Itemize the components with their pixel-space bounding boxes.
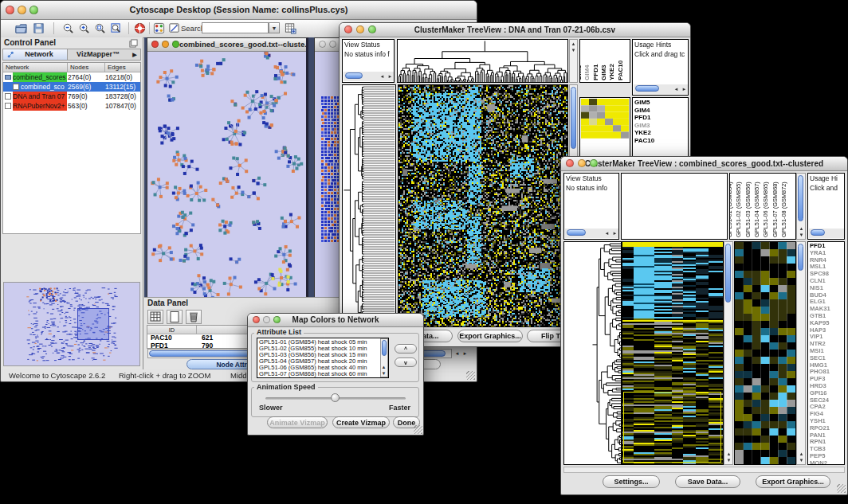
scroll-right-icon[interactable]: ► [387, 73, 394, 80]
column-header-network[interactable]: Network [3, 63, 68, 72]
minimize-icon[interactable] [356, 25, 364, 33]
close-icon[interactable] [151, 41, 159, 48]
tv1-column-dendrogram[interactable] [397, 39, 568, 83]
vscroll-thumb[interactable] [798, 244, 803, 271]
move-up-button[interactable]: ^ [395, 344, 417, 354]
vizmapper-icon[interactable] [153, 22, 165, 34]
zoom-window-icon[interactable] [273, 316, 281, 323]
delete-attribute-icon[interactable] [186, 310, 202, 324]
resize-grip[interactable] [414, 425, 422, 434]
help-lifering-icon[interactable] [134, 22, 146, 34]
scroll-right-icon[interactable]: ► [611, 230, 618, 236]
scroll-up-icon[interactable]: ▲ [725, 451, 732, 457]
vscroll-thumb[interactable] [798, 175, 803, 221]
column-label[interactable]: GPL51-04 (GSM857) [753, 182, 760, 237]
scroll-down-icon[interactable]: ▼ [725, 457, 732, 463]
minimize-icon[interactable] [18, 6, 26, 14]
main-title-bar[interactable]: Cytoscape Desktop (Session Name: collins… [1, 1, 477, 20]
listbox-scrollbar[interactable]: ▲ ▼ [380, 338, 388, 377]
gene-label[interactable]: GIM4 [634, 107, 688, 115]
scroll-left-icon[interactable]: ◄ [453, 350, 461, 357]
scroll-up-icon[interactable]: ▲ [570, 41, 577, 47]
animate-vizmap-button[interactable]: Animate Vizmap [267, 416, 328, 428]
zoom-window-icon[interactable] [29, 6, 38, 14]
gene-label[interactable]: PFD1 [634, 114, 688, 122]
zoom-window-icon[interactable] [172, 41, 179, 48]
column-label[interactable]: GIM5 [579, 64, 583, 80]
column-label[interactable]: GIM3 [600, 64, 607, 80]
network-row[interactable]: combined_scores 2764(0) 16218(0) [3, 72, 140, 82]
search-input[interactable] [202, 22, 269, 33]
hscroll-thumb[interactable] [567, 229, 586, 236]
tv2-column-dendrogram[interactable] [621, 173, 728, 240]
attribute-item[interactable]: GPL51-07 (GSM868) heat shock 60 min [259, 371, 388, 377]
scroll-down-icon[interactable]: ▼ [570, 47, 577, 53]
zoom-fit-icon[interactable] [110, 22, 122, 34]
zoom-window-icon[interactable] [590, 159, 598, 167]
create-vizmap-button[interactable]: Create Vizmap [332, 416, 390, 428]
tv2-zoom-view[interactable] [734, 241, 796, 465]
scroll-right-icon[interactable]: ► [461, 350, 469, 357]
zoom-selected-icon[interactable] [94, 22, 106, 34]
scroll-down-icon[interactable]: ▼ [798, 457, 805, 463]
scroll-left-icon[interactable]: ◄ [379, 73, 386, 80]
scroll-up-icon[interactable]: ▲ [798, 225, 805, 232]
network-row[interactable]: combined_sco 2569(6) 13112(15) [3, 82, 140, 92]
speed-slider-thumb[interactable] [331, 393, 340, 402]
dialog-titlebar[interactable]: Map Colors to Network [248, 314, 423, 327]
scroll-left-icon[interactable]: ◄ [673, 86, 680, 92]
tv1-export-graphics-button[interactable]: Export Graphics... [457, 330, 523, 342]
column-label[interactable]: PAC10 [617, 61, 624, 80]
gene-label[interactable]: GIM5 [634, 99, 688, 107]
vscroll-thumb[interactable] [382, 340, 387, 356]
minimize-icon[interactable] [329, 41, 336, 48]
birds-eye-canvas[interactable] [4, 283, 139, 365]
vscroll-thumb[interactable] [571, 87, 576, 149]
tab-vizmapper[interactable]: VizMapper™ [68, 49, 128, 60]
minimize-icon[interactable] [162, 41, 169, 48]
birds-eye-view[interactable] [3, 282, 140, 366]
treeview1-titlebar[interactable]: ClusterMaker TreeView : DNA and Tran 07-… [340, 23, 690, 37]
scroll-right-icon[interactable]: ► [681, 86, 688, 92]
column-label[interactable]: GIM4 [583, 64, 591, 80]
column-label[interactable]: GPL51-03 (GSM856) [744, 182, 752, 237]
annotation-icon[interactable] [168, 22, 180, 34]
column-header-edges[interactable]: Edges [105, 63, 140, 72]
resize-grip[interactable] [466, 371, 475, 380]
scroll-up-icon[interactable]: ▲ [380, 364, 387, 370]
network-view-canvas[interactable] [147, 52, 306, 297]
tv1-heatmap[interactable] [398, 84, 568, 327]
hscroll-thumb[interactable] [811, 229, 825, 236]
zoom-in-icon[interactable] [78, 22, 90, 34]
select-attributes-icon[interactable] [147, 310, 163, 324]
minimize-icon[interactable] [263, 316, 270, 323]
column-label[interactable]: GPL51-08 (GSM872) [780, 182, 787, 237]
open-folder-icon[interactable] [15, 22, 27, 34]
close-icon[interactable] [566, 159, 574, 167]
scroll-down-icon[interactable]: ▼ [380, 370, 387, 377]
column-header-nodes[interactable]: Nodes [68, 63, 105, 72]
network-window-1[interactable]: combined_scores_good.txt--cluste... [147, 37, 308, 297]
column-label[interactable]: GPL51-01 (GSM854) [729, 182, 733, 237]
network-row[interactable]: RNAPuberNov2+ 563(0) 107847(0) [3, 101, 140, 111]
tab-scroll-right-icon[interactable]: ▶ [129, 49, 140, 60]
tv2-gene-list[interactable]: PFD1YRA1RNR4MSL1SPC98CLN1NIS1BUD4ELG1MAK… [807, 241, 845, 465]
network-row[interactable]: DNA and Tran 07 769(0) 183728(0) [3, 92, 140, 101]
tv1-col-scrollbar[interactable]: ▲ ▼ [569, 39, 578, 83]
zoom-window-icon[interactable] [368, 25, 376, 33]
tv2-export-graphics-button[interactable]: Export Graphics... [756, 475, 830, 488]
hscroll-thumb[interactable] [635, 85, 659, 92]
close-icon[interactable] [6, 6, 14, 14]
resize-grip[interactable] [837, 484, 846, 493]
column-label[interactable]: GPL51-07 (GSM868) [771, 182, 779, 237]
gene-label[interactable]: PAC10 [634, 137, 688, 145]
zoom-out-icon[interactable] [62, 22, 74, 34]
minimize-icon[interactable] [578, 159, 586, 167]
network-window-1-titlebar[interactable]: combined_scores_good.txt--cluste... [147, 38, 306, 52]
column-label[interactable]: PFD1 [592, 64, 599, 80]
float-panel-icon[interactable] [129, 39, 138, 48]
birds-eye-viewport-rect[interactable] [77, 308, 109, 340]
gene-label[interactable]: GIM3 [634, 122, 688, 130]
tv2-settings-button[interactable]: Settings... [603, 475, 660, 488]
tv2-row-dendrogram[interactable] [563, 241, 622, 465]
